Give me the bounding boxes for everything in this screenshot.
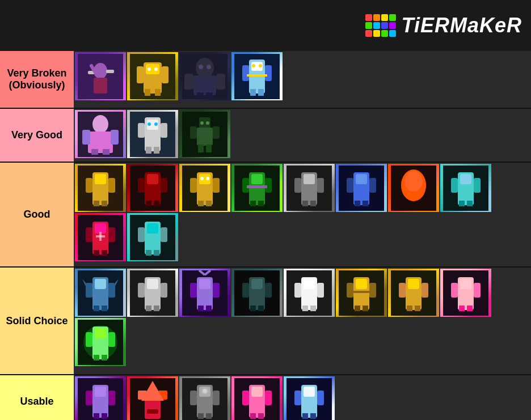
header: TiERMaKeR bbox=[0, 0, 531, 51]
tier-row-solid-choice: Solid Choice bbox=[0, 268, 531, 375]
svg-rect-153 bbox=[206, 306, 212, 311]
list-item bbox=[231, 52, 283, 100]
svg-rect-10 bbox=[162, 66, 168, 83]
svg-point-57 bbox=[200, 121, 204, 125]
list-item bbox=[179, 52, 230, 100]
svg-rect-4 bbox=[106, 70, 114, 73]
tier-label-text: Good bbox=[24, 209, 50, 220]
list-item bbox=[179, 269, 230, 317]
svg-rect-123 bbox=[99, 232, 102, 241]
tier-row-good: Good bbox=[0, 163, 531, 268]
svg-rect-121 bbox=[102, 250, 107, 256]
svg-rect-44 bbox=[138, 123, 145, 138]
tiermaker-logo: TiERMaKeR bbox=[365, 14, 522, 37]
svg-rect-224 bbox=[251, 387, 263, 397]
svg-rect-37 bbox=[82, 130, 90, 145]
svg-point-22 bbox=[199, 65, 203, 69]
svg-rect-217 bbox=[213, 391, 220, 405]
svg-rect-61 bbox=[95, 174, 106, 184]
tier-label-text: Usable bbox=[20, 396, 53, 408]
svg-rect-29 bbox=[250, 89, 256, 96]
svg-rect-95 bbox=[302, 201, 308, 206]
list-item bbox=[127, 269, 178, 317]
svg-rect-225 bbox=[242, 391, 249, 405]
svg-rect-103 bbox=[363, 201, 368, 206]
svg-rect-79 bbox=[206, 201, 212, 206]
svg-rect-173 bbox=[347, 283, 353, 298]
svg-rect-101 bbox=[369, 178, 376, 193]
list-item bbox=[231, 376, 283, 420]
tier-label-good: Good bbox=[0, 163, 74, 266]
svg-rect-218 bbox=[198, 413, 204, 419]
svg-rect-135 bbox=[108, 283, 115, 298]
tier-row-very-good: Very Good bbox=[0, 109, 531, 163]
svg-rect-19 bbox=[216, 74, 225, 90]
svg-point-32 bbox=[259, 64, 262, 67]
logo-cell bbox=[373, 30, 380, 37]
svg-rect-233 bbox=[317, 391, 324, 405]
list-item bbox=[284, 376, 335, 420]
tier-items-solid-choice bbox=[74, 268, 531, 374]
tier-label-text: Very Broken (Obviously) bbox=[7, 67, 66, 91]
logo-cell bbox=[365, 14, 372, 21]
svg-point-81 bbox=[206, 177, 209, 180]
svg-rect-69 bbox=[138, 178, 145, 193]
svg-rect-129 bbox=[146, 250, 151, 256]
list-item bbox=[440, 164, 491, 212]
logo-cell bbox=[389, 30, 396, 37]
list-item bbox=[231, 164, 283, 212]
svg-rect-184 bbox=[415, 306, 420, 311]
svg-rect-177 bbox=[351, 291, 372, 293]
svg-rect-72 bbox=[154, 201, 159, 206]
list-item bbox=[336, 269, 387, 317]
tier-row-usable: Usable bbox=[0, 375, 531, 420]
svg-rect-21 bbox=[206, 92, 213, 98]
svg-point-13 bbox=[148, 67, 151, 71]
svg-rect-87 bbox=[250, 201, 256, 206]
svg-rect-30 bbox=[258, 89, 264, 96]
svg-rect-188 bbox=[451, 283, 458, 298]
svg-rect-191 bbox=[467, 306, 473, 311]
svg-rect-160 bbox=[265, 283, 272, 298]
svg-rect-189 bbox=[474, 283, 481, 298]
svg-rect-158 bbox=[251, 279, 263, 289]
svg-rect-205 bbox=[94, 413, 99, 419]
list-item bbox=[75, 213, 126, 261]
svg-rect-162 bbox=[258, 306, 264, 311]
svg-rect-92 bbox=[304, 174, 315, 184]
svg-rect-112 bbox=[474, 178, 481, 193]
svg-rect-235 bbox=[310, 413, 316, 419]
svg-rect-150 bbox=[190, 283, 197, 298]
svg-rect-102 bbox=[355, 201, 360, 206]
svg-rect-119 bbox=[108, 227, 115, 242]
tier-label-solid-choice: Solid Choice bbox=[0, 268, 74, 374]
svg-rect-28 bbox=[265, 65, 272, 81]
svg-rect-203 bbox=[86, 391, 92, 405]
tier-items-very-broken bbox=[74, 51, 531, 108]
svg-rect-187 bbox=[460, 279, 471, 289]
svg-rect-168 bbox=[302, 306, 308, 311]
svg-rect-167 bbox=[317, 283, 324, 298]
svg-rect-118 bbox=[86, 227, 92, 242]
svg-point-221 bbox=[203, 389, 207, 393]
svg-rect-65 bbox=[102, 201, 107, 206]
svg-rect-175 bbox=[355, 306, 360, 311]
svg-rect-62 bbox=[86, 178, 92, 193]
svg-rect-142 bbox=[147, 279, 158, 289]
svg-point-49 bbox=[154, 122, 158, 126]
svg-rect-33 bbox=[247, 74, 267, 77]
list-item bbox=[75, 376, 126, 420]
svg-rect-2 bbox=[94, 78, 107, 94]
list-item bbox=[75, 318, 126, 366]
svg-rect-143 bbox=[138, 283, 145, 298]
svg-rect-127 bbox=[138, 227, 145, 242]
svg-point-107 bbox=[401, 169, 426, 201]
svg-rect-40 bbox=[103, 149, 109, 155]
logo-cell bbox=[381, 14, 388, 21]
svg-point-14 bbox=[154, 67, 158, 71]
svg-rect-134 bbox=[86, 283, 92, 298]
tier-items-good bbox=[74, 163, 531, 266]
svg-rect-202 bbox=[95, 387, 106, 397]
svg-rect-182 bbox=[422, 283, 428, 298]
svg-rect-18 bbox=[184, 74, 193, 90]
